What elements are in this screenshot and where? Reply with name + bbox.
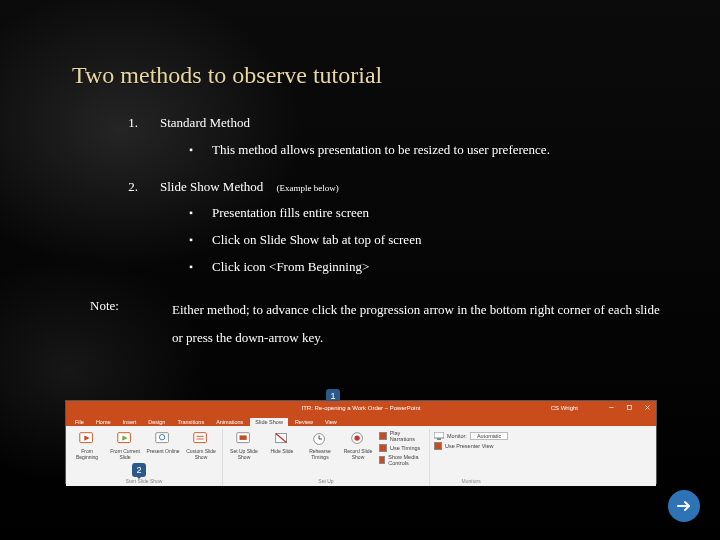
powerpoint-screenshot: 1 2 ITR: Re-opening a Work Order – Power… [65, 400, 657, 484]
svg-rect-14 [240, 435, 247, 440]
from-current-button[interactable]: From Current Slide [108, 429, 142, 460]
tab-home[interactable]: Home [91, 418, 116, 426]
rehearse-button[interactable]: Rehearse Timings [303, 429, 337, 467]
note-label: Note: [90, 296, 142, 353]
minimize-button[interactable] [602, 401, 620, 414]
tab-design[interactable]: Design [143, 418, 170, 426]
bullet-marker: ▪ [188, 140, 194, 161]
record-button[interactable]: Record Slide Show [341, 429, 375, 467]
from-current-label: From Current Slide [108, 449, 142, 460]
sub-text: Click on Slide Show tab at top of screen [212, 230, 421, 251]
present-online-button[interactable]: Present Online [146, 429, 180, 460]
tab-transitions[interactable]: Transitions [172, 418, 209, 426]
ribbon-tabs: File Home Insert Design Transitions Anim… [66, 414, 656, 426]
from-beginning-label: From Beginning [70, 449, 104, 460]
svg-rect-23 [437, 438, 441, 440]
monitor-value: Automatic [470, 432, 508, 440]
setup-options: Play Narrations Use Timings Show Media C… [379, 429, 425, 467]
group-label-setup: Set Up [318, 477, 333, 486]
sub-text: Click icon <From Beginning> [212, 257, 369, 278]
arrow-right-icon [676, 498, 692, 514]
bullet-marker: ▪ [188, 203, 194, 224]
list-number: 1. [120, 113, 138, 134]
checkbox-icon [434, 442, 442, 450]
monitor-icon [434, 432, 444, 440]
presenter-view-checkbox[interactable]: Use Presenter View [434, 441, 494, 451]
presenter-label: Use Presenter View [445, 443, 494, 449]
sub-item: ▪ Click icon <From Beginning> [188, 257, 660, 278]
slide: Two methods to observe tutorial 1. Stand… [0, 0, 720, 540]
window-buttons [602, 401, 656, 414]
group-label-start: Start Slide Show [126, 477, 163, 486]
window-user: CS Wright [551, 405, 578, 411]
list-number: 2. [120, 177, 138, 198]
setup-slideshow-button[interactable]: Set Up Slide Show [227, 429, 261, 467]
svg-rect-1 [627, 405, 631, 409]
tab-slideshow[interactable]: Slide Show [250, 418, 288, 426]
bullet-marker: ▪ [188, 230, 194, 251]
checkbox-icon [379, 456, 385, 464]
inline-note: (Example below) [277, 183, 339, 193]
ribbon: From Beginning From Current Slide Presen… [66, 426, 656, 486]
svg-point-21 [354, 435, 359, 440]
sub-text: Presentation fills entire screen [212, 203, 369, 224]
play-narrations-checkbox[interactable]: Play Narrations [379, 429, 425, 443]
slide-title: Two methods to observe tutorial [72, 62, 382, 89]
svg-rect-10 [194, 433, 207, 443]
tab-animations[interactable]: Animations [211, 418, 248, 426]
ribbon-group-setup: Set Up Slide Show Hide Slide Rehearse Ti… [223, 429, 430, 486]
window-title: ITR: Re-opening a Work Order – PowerPoin… [302, 405, 421, 411]
monitor-row[interactable]: Monitor: Automatic [434, 431, 508, 441]
media-controls-checkbox[interactable]: Show Media Controls [379, 453, 425, 467]
window-titlebar: ITR: Re-opening a Work Order – PowerPoin… [66, 401, 656, 414]
sub-item: ▪ Click on Slide Show tab at top of scre… [188, 230, 660, 251]
ribbon-group-monitors: Monitor: Automatic Use Presenter View Mo… [430, 429, 512, 486]
hide-slide-label: Hide Slide [271, 449, 294, 455]
note-text: Either method; to advance click the prog… [172, 296, 660, 353]
hide-slide-button[interactable]: Hide Slide [265, 429, 299, 467]
tab-view[interactable]: View [320, 418, 342, 426]
svg-rect-22 [434, 432, 444, 438]
note-row: Note: Either method; to advance click th… [90, 296, 660, 353]
maximize-button[interactable] [620, 401, 638, 414]
checkbox-icon [379, 432, 387, 440]
list-item-2: 2. Slide Show Method (Example below) [120, 177, 660, 198]
opt-label: Show Media Controls [388, 454, 425, 466]
rehearse-label: Rehearse Timings [303, 449, 337, 460]
setup-label: Set Up Slide Show [227, 449, 261, 460]
opt-label: Use Timings [390, 445, 420, 451]
present-online-label: Present Online [146, 449, 179, 455]
sub-item: ▪ This method allows presentation to be … [188, 140, 660, 161]
opt-label: Play Narrations [390, 430, 425, 442]
tab-review[interactable]: Review [290, 418, 318, 426]
use-timings-checkbox[interactable]: Use Timings [379, 443, 420, 453]
tab-insert[interactable]: Insert [118, 418, 142, 426]
list-label: Slide Show Method (Example below) [160, 177, 339, 198]
custom-slideshow-button[interactable]: Custom Slide Show [184, 429, 218, 460]
list-label: Standard Method [160, 113, 250, 134]
sub-item: ▪ Presentation fills entire screen [188, 203, 660, 224]
close-button[interactable] [638, 401, 656, 414]
list-label-text: Slide Show Method [160, 179, 263, 194]
bullet-marker: ▪ [188, 257, 194, 278]
monitor-label: Monitor: [447, 433, 467, 439]
slide-body: 1. Standard Method ▪ This method allows … [120, 105, 660, 353]
ribbon-group-start: From Beginning From Current Slide Presen… [66, 429, 223, 486]
group-label-monitors: Monitors [462, 477, 481, 486]
list-item-1: 1. Standard Method [120, 113, 660, 134]
checkbox-icon [379, 444, 387, 452]
from-beginning-button[interactable]: From Beginning [70, 429, 104, 460]
record-label: Record Slide Show [341, 449, 375, 460]
tab-file[interactable]: File [70, 418, 89, 426]
custom-slideshow-label: Custom Slide Show [184, 449, 218, 460]
next-slide-button[interactable] [668, 490, 700, 522]
sub-text: This method allows presentation to be re… [212, 140, 550, 161]
